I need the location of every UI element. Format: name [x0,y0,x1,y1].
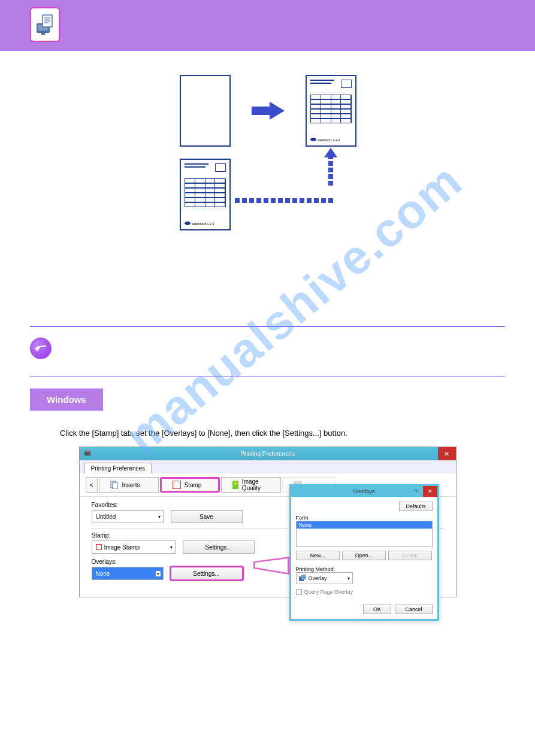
image-quality-icon [232,481,238,489]
doc-footer-text: aaabbbccc 1-2-3 [192,222,214,226]
overlays-value: None [96,570,110,577]
open-button[interactable]: Open... [342,551,386,560]
monitor-document-icon [34,14,56,35]
merged-document-icon: aaabbbccc 1-2-3 [306,75,356,147]
tab-printing-preferences[interactable]: Printing Preferences [84,463,152,473]
inserts-icon [110,481,119,489]
stamp-value: Image Stamp [104,544,140,551]
dotted-path [234,195,353,201]
svg-rect-2 [41,33,45,35]
list-item[interactable]: None [297,521,432,529]
defaults-button[interactable]: Defaults [399,502,432,511]
svg-rect-14 [232,481,238,489]
new-button[interactable]: New... [296,551,340,560]
os-badge: Windows [30,388,103,411]
query-page-overlay-label: Query Page Overlay [304,589,353,595]
stamp-settings-button[interactable]: Settings... [183,541,255,554]
image-quality-button[interactable]: Image Quality [221,477,281,493]
window-title: Printing Preferences [240,451,295,457]
divider [30,326,505,327]
image-stamp-icon [96,544,102,550]
ok-button[interactable]: OK [363,605,391,614]
svg-marker-9 [324,148,337,157]
nav-left-button[interactable]: < [86,477,98,493]
svg-point-15 [234,482,237,485]
svg-rect-13 [113,482,117,489]
arrow-right-icon [252,102,288,120]
dialog-close-button[interactable]: ✕ [423,486,437,497]
doc-footer-text: aaabbbccc 1-2-3 [318,138,340,142]
page-header [0,0,535,51]
back-arrow-icon [35,344,47,353]
favorites-select[interactable]: Untitled ▾ [92,510,164,523]
inserts-button[interactable]: Inserts [99,477,159,493]
back-label: Back [58,344,77,353]
chevron-down-icon: ▾ [156,571,161,576]
svg-rect-11 [86,450,89,452]
svg-rect-20 [301,575,306,579]
stamp-label: Stamp [185,482,202,488]
arrow-up-icon [324,148,337,157]
favorites-value: Untitled [96,514,116,520]
window-close-button[interactable]: ✕ [438,447,456,460]
query-page-overlay-checkbox[interactable] [296,589,302,595]
instruction-text: Click the [Stamp] tab, set the [Overlays… [30,429,505,438]
form-listbox[interactable]: None [296,521,433,547]
stamp-button[interactable]: Stamp [160,477,220,493]
overlays-select[interactable]: None ▾ [92,567,164,580]
inserts-label: Inserts [122,482,140,488]
chevron-down-icon: ▾ [158,514,161,520]
blank-document-icon [180,75,231,147]
printer-icon [83,449,92,457]
printing-preferences-window: Printing Preferences ✕ Printing Preferen… [79,447,457,597]
overlay-icon [299,575,306,582]
svg-rect-10 [84,451,90,456]
app-icon [30,7,60,42]
overlays-dialog: Overlays ? ✕ Defaults Form None New... O… [289,484,439,621]
chevron-down-icon: ▾ [347,576,350,581]
cancel-button[interactable]: Cancel [395,605,432,614]
overlays-settings-button[interactable]: Settings... [171,567,243,580]
printing-method-select[interactable]: Overlay ▾ [296,572,353,584]
dialog-title: Overlays [353,488,375,494]
back-button[interactable] [30,338,52,359]
tab-strip: Printing Preferences [80,460,456,473]
printing-method-value: Overlay [309,575,327,581]
stamp-icon [173,481,181,489]
dialog-titlebar: Overlays ? ✕ [291,486,437,497]
form-overlay-icon: aaabbbccc 1-2-3 [180,159,231,230]
save-button[interactable]: Save [171,510,243,523]
chevron-down-icon: ▾ [170,545,173,550]
dotted-path [328,153,334,201]
callout-connector [253,557,301,575]
stamp-select[interactable]: Image Stamp ▾ [92,541,176,554]
dialog-help-button[interactable]: ? [411,486,422,497]
svg-marker-8 [252,102,285,120]
delete-button: Delete [388,551,432,560]
window-titlebar: Printing Preferences ✕ [80,447,456,460]
image-quality-label: Image Quality [242,478,270,491]
overlay-diagram: aaabbbccc 1-2-3 aaabbbccc 1-2-3 [30,75,505,314]
printing-method-label: Printing Method: [296,566,433,572]
form-label: Form [296,515,433,521]
divider [30,376,505,377]
